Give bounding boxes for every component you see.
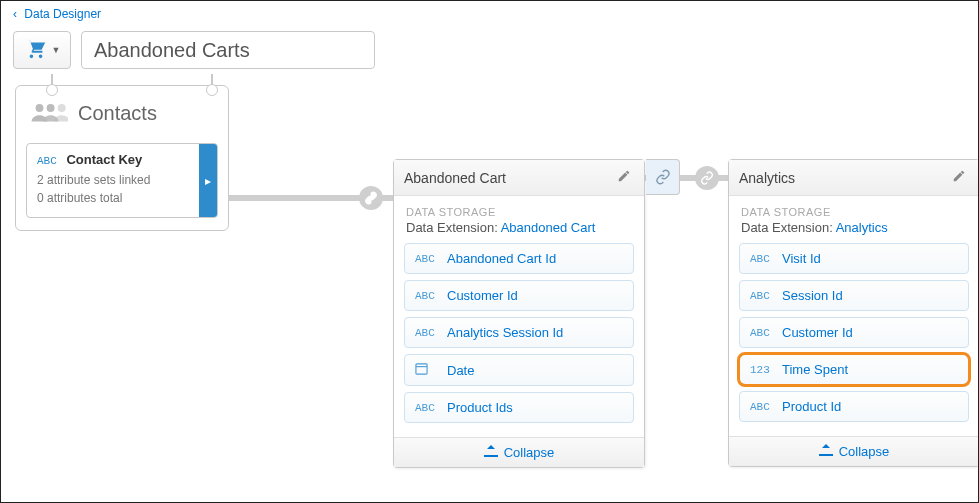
cart-menu-button[interactable]: ▼ bbox=[13, 31, 71, 69]
attribute-list: ABCAbandoned Cart IdABCCustomer IdABCAna… bbox=[394, 243, 644, 437]
breadcrumb: ‹ Data Designer bbox=[1, 1, 978, 27]
attribute-label: Date bbox=[447, 363, 474, 378]
attribute-item[interactable]: ABCAnalytics Session Id bbox=[404, 317, 634, 348]
attribute-label: Product Id bbox=[782, 399, 841, 414]
cart-icon bbox=[24, 38, 48, 63]
type-badge-abc: ABC bbox=[415, 290, 439, 302]
type-badge-abc: ABC bbox=[750, 401, 774, 413]
panel-anchor-icon bbox=[206, 74, 218, 88]
data-extension-row: Data Extension: Abandoned Cart bbox=[394, 220, 644, 243]
type-badge-abc: ABC bbox=[750, 290, 774, 302]
svg-point-1 bbox=[47, 104, 55, 112]
attribute-label: Time Spent bbox=[782, 362, 848, 377]
type-badge-number: 123 bbox=[750, 364, 774, 376]
group-title: Analytics bbox=[739, 170, 949, 186]
attribute-item[interactable]: ABCProduct Ids bbox=[404, 392, 634, 423]
chevron-right-icon: ▸ bbox=[205, 174, 211, 188]
type-badge-abc: ABC bbox=[37, 155, 57, 167]
attribute-item[interactable]: ABCVisit Id bbox=[739, 243, 969, 274]
attribute-label: Visit Id bbox=[782, 251, 821, 266]
contacts-panel: Contacts ABC Contact Key 2 attribute set… bbox=[15, 85, 229, 231]
collapse-button[interactable]: Collapse bbox=[394, 437, 644, 467]
attribute-label: Session Id bbox=[782, 288, 843, 303]
attribute-group-card: Analytics DATA STORAGE Data Extension: A… bbox=[728, 159, 979, 467]
breadcrumb-back-caret[interactable]: ‹ bbox=[13, 7, 17, 21]
designer-canvas: Contacts ABC Contact Key 2 attribute set… bbox=[1, 83, 978, 503]
attribute-group-card: Abandoned Cart DATA STORAGE Data Extensi… bbox=[393, 159, 645, 468]
collapse-label: Collapse bbox=[504, 445, 555, 460]
svg-point-0 bbox=[36, 104, 44, 112]
link-button[interactable] bbox=[646, 159, 680, 195]
type-badge-abc: ABC bbox=[415, 402, 439, 414]
edit-button[interactable] bbox=[614, 169, 634, 186]
people-icon bbox=[30, 100, 68, 127]
connector-link-node[interactable] bbox=[359, 186, 383, 210]
panel-anchor-icon bbox=[46, 74, 58, 88]
breadcrumb-link[interactable]: Data Designer bbox=[24, 7, 101, 21]
collapse-button[interactable]: Collapse bbox=[729, 436, 979, 466]
contacts-title: Contacts bbox=[78, 102, 157, 125]
attribute-item[interactable]: ABCSession Id bbox=[739, 280, 969, 311]
section-label: DATA STORAGE bbox=[729, 196, 979, 220]
title-text: Abandoned Carts bbox=[94, 39, 250, 62]
data-extension-row: Data Extension: Analytics bbox=[729, 220, 979, 243]
title-input[interactable]: Abandoned Carts bbox=[81, 31, 375, 69]
attribute-label: Customer Id bbox=[447, 288, 518, 303]
attribute-item[interactable]: ABCProduct Id bbox=[739, 391, 969, 422]
attribute-label: Customer Id bbox=[782, 325, 853, 340]
attribute-label: Product Ids bbox=[447, 400, 513, 415]
top-bar: ▼ Abandoned Carts bbox=[1, 27, 978, 83]
type-badge-abc: ABC bbox=[750, 253, 774, 265]
type-badge-abc: ABC bbox=[750, 327, 774, 339]
connector-link-node[interactable] bbox=[695, 166, 719, 190]
attribute-label: Analytics Session Id bbox=[447, 325, 563, 340]
collapse-icon bbox=[484, 445, 498, 460]
type-badge-date bbox=[415, 362, 439, 378]
section-label: DATA STORAGE bbox=[394, 196, 644, 220]
attribute-label: Abandoned Cart Id bbox=[447, 251, 556, 266]
attribute-item[interactable]: Date bbox=[404, 354, 634, 386]
svg-rect-3 bbox=[416, 364, 427, 374]
collapse-icon bbox=[819, 444, 833, 459]
attribute-item[interactable]: 123Time Spent bbox=[739, 354, 969, 385]
attribute-item[interactable]: ABCCustomer Id bbox=[739, 317, 969, 348]
contact-key-label: Contact Key bbox=[66, 152, 142, 167]
attribute-item[interactable]: ABCCustomer Id bbox=[404, 280, 634, 311]
contact-key-attrs-total: 0 attributes total bbox=[37, 189, 189, 207]
contact-key-card[interactable]: ABC Contact Key 2 attribute sets linked … bbox=[26, 143, 218, 218]
contact-key-sets-linked: 2 attribute sets linked bbox=[37, 171, 189, 189]
type-badge-abc: ABC bbox=[415, 327, 439, 339]
group-title: Abandoned Cart bbox=[404, 170, 614, 186]
type-badge-abc: ABC bbox=[415, 253, 439, 265]
collapse-label: Collapse bbox=[839, 444, 890, 459]
svg-point-2 bbox=[58, 104, 66, 112]
data-extension-prefix: Data Extension: bbox=[406, 220, 501, 235]
attribute-list: ABCVisit IdABCSession IdABCCustomer Id12… bbox=[729, 243, 979, 436]
attribute-item[interactable]: ABCAbandoned Cart Id bbox=[404, 243, 634, 274]
data-extension-prefix: Data Extension: bbox=[741, 220, 836, 235]
data-extension-link[interactable]: Analytics bbox=[836, 220, 888, 235]
edit-button[interactable] bbox=[949, 169, 969, 186]
data-extension-link[interactable]: Abandoned Cart bbox=[501, 220, 596, 235]
dropdown-caret-icon: ▼ bbox=[52, 45, 61, 55]
expand-handle[interactable]: ▸ bbox=[199, 144, 217, 217]
